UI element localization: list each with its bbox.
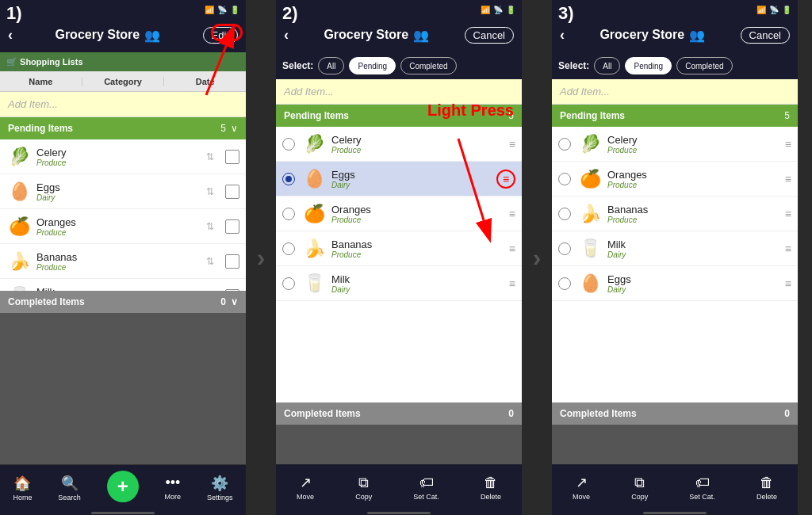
item-checkbox[interactable] — [225, 254, 239, 269]
nav-home[interactable]: 🏠 Home — [13, 475, 32, 502]
header-title-text-3: Grocery Store — [599, 28, 684, 42]
select-completed-3[interactable]: Completed — [676, 57, 732, 74]
status-icons-1: 📶 📡 🔋 — [205, 6, 239, 14]
radio-celery-2[interactable] — [282, 138, 295, 151]
sort-icon: ≡ — [509, 277, 515, 290]
list-item[interactable]: 🥬 Celery Produce ≡ — [552, 127, 798, 162]
radio-milk-3[interactable] — [558, 242, 571, 255]
nav-settings[interactable]: ⚙️ Settings — [207, 475, 233, 502]
shopping-lists-label: 🛒 Shopping Lists — [6, 57, 83, 67]
list-item-selected[interactable]: 🥚 Eggs Dairy ≡ — [276, 162, 522, 196]
list-item[interactable]: 🥬 Celery Produce ⇅ — [0, 139, 246, 174]
sort-icon: ≡ — [785, 277, 791, 290]
item-checkbox[interactable] — [225, 150, 239, 164]
action-delete-label-2: Delete — [481, 493, 501, 501]
radio-eggs-2[interactable] — [282, 173, 295, 185]
arrow-2-3: › — [522, 0, 552, 515]
list-item[interactable]: 🍊 Oranges Produce ≡ — [276, 196, 522, 231]
sort-icon-highlighted: ≡ — [496, 170, 515, 189]
people-icon-1: 👥 — [144, 28, 160, 43]
bottom-area-1 — [0, 313, 246, 464]
edit-button[interactable]: Edit — [203, 27, 238, 44]
chevron-down-icon-completed-1[interactable]: ∨ — [231, 296, 238, 307]
list-item[interactable]: 🥛 Milk Dairy ⇅ — [0, 279, 246, 291]
chevron-down-icon-1[interactable]: ∨ — [231, 123, 238, 134]
radio-eggs-3[interactable] — [558, 277, 571, 290]
col-category: Category — [82, 77, 165, 86]
add-item-row-1[interactable]: Add Item... — [0, 92, 246, 117]
select-pending-2[interactable]: Pending — [349, 57, 396, 74]
radio-milk-2[interactable] — [282, 277, 295, 290]
action-delete-3[interactable]: 🗑 Delete — [756, 475, 777, 501]
status-icons-2: 📶 📡 🔋 — [481, 6, 515, 14]
action-copy-2[interactable]: ⧉ Copy — [355, 475, 372, 501]
add-item-row-2[interactable]: Add Item... — [276, 79, 522, 105]
select-pending-3[interactable]: Pending — [625, 57, 672, 74]
list-item[interactable]: 🥚 Eggs Dairy ≡ — [552, 266, 798, 301]
action-copy-3[interactable]: ⧉ Copy — [631, 475, 648, 501]
list-item[interactable]: 🥬 Celery Produce ≡ — [276, 127, 522, 162]
app-header-3: ‹ Grocery Store 👥 Cancel — [552, 17, 798, 52]
action-copy-label-2: Copy — [355, 493, 372, 501]
action-setcat-2[interactable]: 🏷 Set Cat. — [413, 475, 439, 501]
more-icon: ••• — [165, 475, 180, 491]
add-item-row-3[interactable]: Add Item... — [552, 79, 798, 105]
item-name: Celery — [331, 134, 509, 146]
list-item[interactable]: 🍊 Oranges Produce ≡ — [552, 162, 798, 196]
action-move-2[interactable]: ↗ Move — [297, 474, 314, 501]
item-name: Bananas — [36, 251, 206, 263]
item-info: Celery Produce — [331, 134, 509, 154]
item-info: Bananas Produce — [607, 204, 785, 224]
select-all-3[interactable]: All — [594, 57, 620, 74]
people-icon-2: 👥 — [413, 28, 429, 43]
status-bar-1: 📶 📡 🔋 — [0, 0, 246, 17]
action-setcat-label-2: Set Cat. — [413, 493, 439, 501]
radio-oranges-3[interactable] — [558, 173, 571, 185]
radio-oranges-2[interactable] — [282, 208, 295, 220]
list-body-3: 🥬 Celery Produce ≡ 🍊 Oranges Produce ≡ 🍌… — [552, 127, 798, 402]
action-delete-2[interactable]: 🗑 Delete — [481, 475, 501, 501]
list-item[interactable]: 🍌 Bananas Produce ≡ — [276, 231, 522, 266]
radio-celery-3[interactable] — [558, 138, 571, 151]
back-button-1[interactable]: ‹ — [8, 27, 13, 44]
back-button-2[interactable]: ‹ — [284, 27, 289, 44]
list-item[interactable]: 🍌 Bananas Produce ⇅ — [0, 244, 246, 279]
action-setcat-3[interactable]: 🏷 Set Cat. — [689, 475, 715, 501]
pending-count-area-2: 5 — [508, 110, 514, 121]
cancel-button-2[interactable]: Cancel — [465, 27, 514, 44]
item-info: Oranges Produce — [331, 204, 509, 224]
radio-bananas-3[interactable] — [558, 208, 571, 220]
list-item[interactable]: 🍊 Oranges Produce ⇅ — [0, 209, 246, 244]
list-item[interactable]: 🍌 Bananas Produce ≡ — [552, 196, 798, 231]
item-category: Produce — [36, 263, 206, 272]
list-item[interactable]: 🥛 Milk Dairy ≡ — [276, 266, 522, 301]
select-completed-2[interactable]: Completed — [400, 57, 456, 74]
pending-label-1: Pending Items — [8, 123, 73, 134]
completed-label-2: Completed Items — [284, 408, 361, 419]
select-label-2: Select: — [282, 60, 313, 71]
action-move-3[interactable]: ↗ Move — [573, 474, 590, 501]
item-checkbox[interactable] — [225, 289, 239, 292]
select-all-2[interactable]: All — [318, 57, 344, 74]
item-checkbox[interactable] — [225, 185, 239, 199]
radio-bananas-2[interactable] — [282, 242, 295, 255]
pending-header-2: Pending Items 5 — [276, 105, 522, 127]
action-toolbar-3: ↗ Move ⧉ Copy 🏷 Set Cat. 🗑 Delete — [552, 464, 798, 510]
milk-icon-3: 🥛 — [577, 236, 603, 261]
wifi-icon: 📡 — [217, 6, 227, 14]
nav-search[interactable]: 🔍 Search — [58, 475, 81, 502]
item-checkbox[interactable] — [225, 219, 239, 234]
pending-label-2: Pending Items — [284, 110, 349, 121]
add-button[interactable]: + — [107, 471, 139, 502]
item-info: Milk Dairy — [607, 238, 785, 259]
item-info: Bananas Produce — [36, 251, 206, 272]
sort-icon: ≡ — [509, 242, 515, 255]
list-item[interactable]: 🥚 Eggs Dairy ⇅ — [0, 174, 246, 209]
arrow-1-2: › — [246, 0, 276, 515]
setcat-icon-3: 🏷 — [695, 475, 710, 491]
item-info: Celery Produce — [607, 134, 785, 154]
cancel-button-3[interactable]: Cancel — [741, 27, 790, 44]
back-button-3[interactable]: ‹ — [560, 27, 565, 44]
list-item[interactable]: 🥛 Milk Dairy ≡ — [552, 231, 798, 266]
nav-more[interactable]: ••• More — [165, 475, 182, 501]
